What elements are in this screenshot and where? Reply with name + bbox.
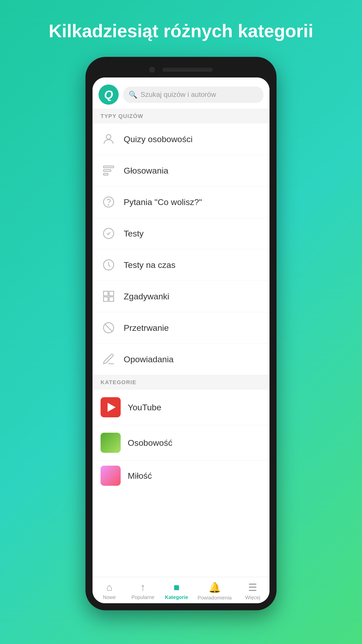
category-youtube-label: YouTube: [128, 403, 161, 412]
milosc-category-icon: [101, 466, 121, 486]
question-icon: [101, 194, 117, 210]
list-item[interactable]: Testy na czas: [93, 249, 269, 281]
nav-item-nowe[interactable]: ⌂ Nowe: [97, 582, 122, 601]
list-item[interactable]: Zgadywanki: [93, 281, 269, 312]
quiz-type-cowolisz-label: Pytania "Co wolisz?": [124, 197, 202, 207]
nav-label-wiecej: Więcej: [245, 595, 260, 600]
nav-item-powiadomienia[interactable]: 🔔 Powiadomienia: [198, 582, 232, 601]
phone-speaker: [162, 68, 213, 72]
grid-icon: [101, 288, 117, 304]
menu-icon: ☰: [248, 582, 257, 593]
phone-frame: Q 🔍 Szukaj quizów i autorów TYPY QUIZÓW: [85, 57, 277, 610]
phone-screen: Q 🔍 Szukaj quizów i autorów TYPY QUIZÓW: [93, 77, 269, 603]
youtube-icon: [101, 397, 121, 417]
nav-label-powiadomienia: Powiadomienia: [198, 595, 232, 601]
grid-nav-icon: ■: [173, 582, 179, 593]
bell-icon: 🔔: [208, 582, 221, 593]
section-quiz-types: TYPY QUIZÓW: [93, 109, 269, 124]
clock-icon: [101, 257, 117, 273]
search-icon: 🔍: [129, 91, 138, 99]
search-bar[interactable]: 🔍 Szukaj quizów i autorów: [123, 87, 263, 103]
svg-line-13: [105, 324, 113, 332]
trending-icon: ↑: [141, 582, 146, 593]
home-icon: ⌂: [106, 582, 112, 593]
youtube-play-icon: [108, 403, 116, 412]
section-quiz-types-label: TYPY QUIZÓW: [101, 113, 143, 119]
search-placeholder-text: Szukaj quizów i autorów: [141, 91, 216, 99]
quiz-type-testy-label: Testy: [124, 229, 144, 238]
nav-item-kategorie[interactable]: ■ Kategorie: [164, 582, 189, 601]
app-logo-letter: Q: [104, 88, 113, 101]
category-milosc-label: Miłość: [128, 471, 152, 481]
list-item[interactable]: Testy: [93, 218, 269, 249]
quiz-type-osobowosci-label: Quizy osobowości: [124, 134, 193, 144]
svg-rect-2: [104, 170, 111, 172]
search-header: Q 🔍 Szukaj quizów i autorów: [93, 77, 269, 109]
poll-icon: [101, 163, 117, 179]
phone-camera: [149, 67, 155, 72]
nav-item-popularne[interactable]: ↑ Popularne: [130, 582, 156, 601]
quiz-type-glosowania-label: Głosowania: [124, 166, 168, 176]
ban-icon: [101, 320, 117, 336]
svg-rect-1: [104, 166, 114, 168]
osobowosc-category-icon: [101, 433, 121, 453]
svg-point-4: [104, 197, 114, 207]
svg-point-5: [108, 205, 109, 205]
svg-point-0: [106, 135, 111, 139]
checkmark-icon: [101, 225, 117, 242]
nav-item-wiecej[interactable]: ☰ Więcej: [240, 582, 265, 601]
list-item[interactable]: Przetrwanie: [93, 312, 269, 344]
svg-rect-8: [104, 291, 108, 296]
svg-rect-11: [109, 297, 114, 302]
list-item[interactable]: Głosowania: [93, 155, 269, 186]
phone-top-bar: [93, 67, 269, 72]
app-logo: Q: [99, 85, 119, 105]
quiz-type-testy-czas-label: Testy na czas: [124, 260, 175, 270]
content-scroll-area: TYPY QUIZÓW Quizy osobowości: [93, 109, 269, 577]
svg-rect-10: [104, 297, 108, 302]
quiz-type-przetrwanie-label: Przetrwanie: [124, 323, 169, 333]
svg-rect-3: [104, 174, 108, 175]
section-kategorie-label: KATEGORIE: [101, 379, 137, 385]
quiz-type-zgadywanki-label: Zgadywanki: [124, 292, 169, 301]
person-icon: [101, 131, 117, 147]
phone-container: Q 🔍 Szukaj quizów i autorów TYPY QUIZÓW: [85, 57, 277, 644]
nav-label-popularne: Popularne: [131, 594, 154, 600]
quiz-type-opowiadania-label: Opowiadania: [124, 354, 173, 364]
list-item[interactable]: Quizy osobowości: [93, 124, 269, 155]
category-osobowosc-label: Osobowość: [128, 438, 172, 448]
page-title: Kilkadziesiąt różnych kategorii: [0, 0, 362, 57]
section-kategorie: KATEGORIE: [93, 375, 269, 390]
list-item[interactable]: Miłość: [93, 461, 269, 491]
list-item[interactable]: YouTube: [93, 390, 269, 425]
list-item[interactable]: Osobowość: [93, 425, 269, 461]
bottom-nav: ⌂ Nowe ↑ Popularne ■ Kategorie 🔔 Powiado…: [93, 577, 269, 603]
list-item[interactable]: Pytania "Co wolisz?": [93, 186, 269, 218]
svg-rect-9: [109, 291, 114, 296]
nav-label-kategorie: Kategorie: [165, 594, 188, 600]
list-item[interactable]: Opowiadania: [93, 344, 269, 375]
pen-icon: [101, 351, 117, 367]
nav-label-nowe: Nowe: [103, 594, 116, 600]
